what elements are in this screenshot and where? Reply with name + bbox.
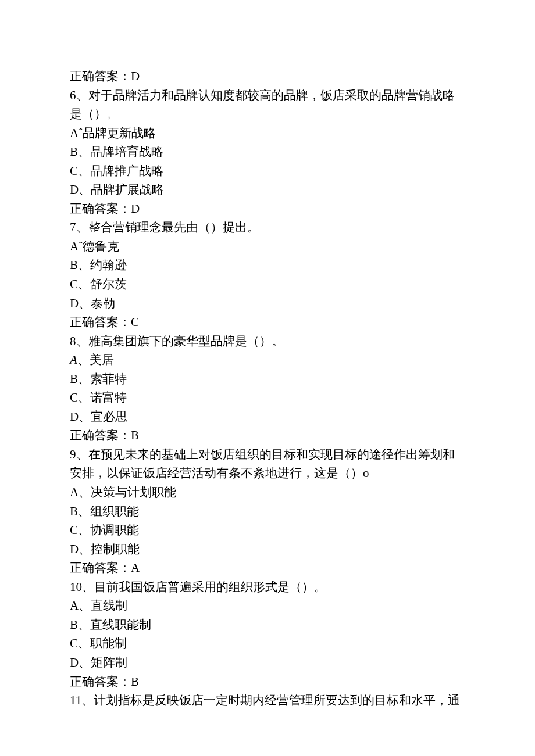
answer-line-10: 正确答案：B: [70, 672, 465, 691]
question-8-option-b: B、索菲特: [70, 370, 465, 389]
answer-line-7: 正确答案：C: [70, 313, 465, 332]
question-7-option-d: D、泰勒: [70, 294, 465, 313]
question-8-stem: 8、雅高集团旗下的豪华型品牌是（）。: [70, 332, 465, 351]
question-6-option-d: D、品牌扩展战略: [70, 180, 465, 199]
italic-a-letter: A: [70, 353, 77, 367]
question-6-option-b: B、品牌培育战略: [70, 142, 465, 162]
document-page: 正确答案：D 6、对于品牌活力和品牌认知度都较高的品牌，饭店采取的品牌营销战略是…: [0, 0, 535, 745]
question-7-option-a: Aˆ德鲁克: [70, 237, 465, 256]
answer-line-5: 正确答案：D: [70, 67, 465, 86]
question-9-option-c: C、协调职能: [70, 521, 465, 540]
question-8-option-d: D、宜必思: [70, 407, 465, 427]
question-9-option-a: A、决策与计划职能: [70, 483, 465, 502]
question-10-option-a: A、直线制: [70, 596, 465, 615]
question-9-stem: 9、在预见未来的基础上对饭店组织的目标和实现目标的途径作出筹划和安排，以保证饭店…: [70, 445, 465, 483]
question-6-option-c: C、品牌推广战略: [70, 162, 465, 181]
option-a-text: 、美居: [77, 353, 114, 367]
question-9-option-b: B、组织职能: [70, 502, 465, 521]
question-8-option-a: A、美居: [70, 350, 465, 370]
question-11-stem-partial: 11、计划指标是反映饭店一定时期内经营管理所要达到的目标和水平，通: [70, 691, 465, 710]
question-10-stem: 10、目前我国饭店普遍采用的组织形式是（）。: [70, 578, 465, 597]
question-9-option-d: D、控制职能: [70, 540, 465, 559]
question-6-option-a: Aˆ品牌更新战略: [70, 124, 465, 143]
question-7-option-c: C、舒尔茨: [70, 275, 465, 294]
answer-line-8: 正确答案：B: [70, 426, 465, 445]
question-6-stem: 6、对于品牌活力和品牌认知度都较高的品牌，饭店采取的品牌营销战略是（）。: [70, 86, 465, 124]
question-8-option-c: C、诺富特: [70, 388, 465, 407]
answer-line-9: 正确答案：A: [70, 558, 465, 578]
question-7-stem: 7、整合营销理念最先由（）提出。: [70, 218, 465, 237]
question-7-option-b: B、约翰逊: [70, 256, 465, 275]
question-10-option-c: C、职能制: [70, 634, 465, 653]
question-10-option-d: D、矩阵制: [70, 653, 465, 672]
question-10-option-b: B、直线职能制: [70, 615, 465, 635]
answer-line-6: 正确答案：D: [70, 199, 465, 218]
